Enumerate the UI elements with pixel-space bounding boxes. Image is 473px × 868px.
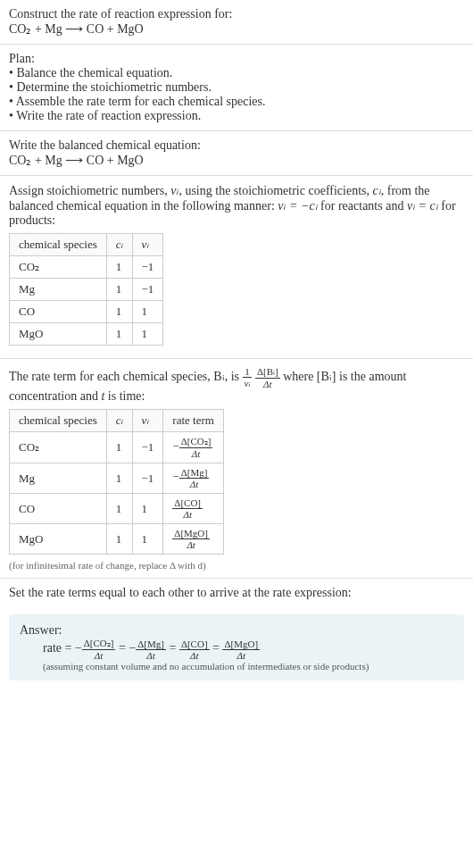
col-species: chemical species (10, 410, 107, 432)
cell-species: MgO (10, 323, 107, 346)
denominator: Δt (172, 539, 210, 550)
answer-expression: rate = −Δ[CO₂]Δt = −Δ[Mg]Δt = Δ[CO]Δt = … (20, 638, 453, 661)
cell-nu: 1 (132, 323, 163, 346)
answer-note: (assuming constant volume and no accumul… (20, 661, 453, 672)
intro-section: Construct the rate of reaction expressio… (0, 0, 473, 45)
denominator: Δt (255, 379, 280, 389)
equals: = (169, 641, 178, 655)
cell-species: MgO (10, 524, 107, 555)
cell-species: CO (10, 301, 107, 323)
numerator: Δ[CO] (172, 497, 203, 509)
cell-ci: 1 (106, 463, 132, 494)
cell-ci: 1 (106, 323, 132, 346)
neg-sign: − (129, 641, 136, 655)
balanced-section: Write the balanced chemical equation: CO… (0, 131, 473, 176)
numerator: Δ[Mg] (136, 638, 166, 650)
cell-ci: 1 (106, 432, 132, 463)
col-nu: νᵢ (132, 410, 163, 432)
text: for reactants and (318, 199, 407, 213)
numerator: Δ[CO₂] (179, 436, 213, 448)
text: Assign stoichiometric numbers, (9, 184, 170, 197)
text: is time: (104, 389, 145, 403)
fraction: Δ[Mg]Δt (136, 638, 166, 661)
col-species: chemical species (10, 234, 107, 256)
cell-nu: −1 (132, 463, 163, 494)
plan-bullet: • Balance the chemical equation. (9, 66, 464, 80)
neg-sign: − (172, 439, 178, 453)
fraction: Δ[CO]Δt (179, 638, 210, 661)
table-row: MgO 1 1 Δ[MgO]Δt (10, 524, 224, 555)
cell-ci: 1 (106, 524, 132, 555)
col-ci: cᵢ (106, 410, 132, 432)
rateterm-table: chemical species cᵢ νᵢ rate term CO₂ 1 −… (9, 409, 224, 555)
cell-nu: 1 (132, 524, 163, 555)
table-row: MgO 1 1 (10, 323, 163, 346)
fraction: Δ[Bᵢ]Δt (255, 366, 280, 389)
cell-nu: 1 (132, 494, 163, 524)
col-rateterm: rate term (163, 410, 224, 432)
cell-nu: 1 (132, 301, 163, 323)
table-row: Mg 1 −1 −Δ[Mg]Δt (10, 463, 224, 494)
answer-label: Answer: (20, 623, 453, 638)
plan-section: Plan: • Balance the chemical equation. •… (0, 45, 473, 131)
stoich-section: Assign stoichiometric numbers, νᵢ, using… (0, 176, 473, 359)
col-nu: νᵢ (132, 234, 163, 256)
denominator: νᵢ (243, 378, 253, 389)
text: The rate term for each chemical species,… (9, 370, 243, 383)
table-row: CO 1 1 (10, 301, 163, 323)
table-row: CO₂ 1 −1 (10, 256, 163, 279)
table-header-row: chemical species cᵢ νᵢ rate term (10, 410, 224, 432)
table-row: CO 1 1 Δ[CO]Δt (10, 494, 224, 524)
cell-species: CO (10, 494, 107, 524)
final-section: Set the rate terms equal to each other t… (0, 579, 473, 607)
cell-species: CO₂ (10, 432, 107, 463)
answer-box: Answer: rate = −Δ[CO₂]Δt = −Δ[Mg]Δt = Δ[… (9, 614, 464, 680)
intro-line: Construct the rate of reaction expressio… (9, 7, 464, 21)
col-ci: cᵢ (106, 234, 132, 256)
fraction: Δ[MgO]Δt (222, 638, 260, 661)
plan-bullet: • Determine the stoichiometric numbers. (9, 80, 464, 95)
relation: νᵢ = cᵢ (407, 199, 438, 213)
cell-ci: 1 (106, 256, 132, 279)
stoich-table: chemical species cᵢ νᵢ CO₂ 1 −1 Mg 1 −1 … (9, 233, 163, 346)
ci-symbol: cᵢ (373, 184, 381, 197)
cell-species: Mg (10, 463, 107, 494)
neg-sign: − (172, 470, 178, 483)
rate-prefix: rate = (43, 641, 75, 655)
numerator: Δ[CO₂] (82, 638, 116, 650)
cell-nu: −1 (132, 279, 163, 301)
cell-species: Mg (10, 279, 107, 301)
fraction: 1νᵢ (243, 366, 253, 389)
cell-ci: 1 (106, 279, 132, 301)
rateterm-text: The rate term for each chemical species,… (9, 366, 464, 404)
balanced-head: Write the balanced chemical equation: (9, 138, 464, 153)
table-row: Mg 1 −1 (10, 279, 163, 301)
cell-nu: −1 (132, 256, 163, 279)
fraction: Δ[CO₂]Δt (82, 638, 116, 661)
fraction: Δ[Mg]Δt (179, 467, 210, 489)
denominator: Δt (82, 650, 116, 661)
cell-nu: −1 (132, 432, 163, 463)
denominator: Δt (172, 509, 203, 520)
cell-rateterm: Δ[MgO]Δt (163, 524, 224, 555)
numerator: Δ[Mg] (179, 467, 210, 479)
cell-rateterm: Δ[CO]Δt (163, 494, 224, 524)
fraction: Δ[MgO]Δt (172, 528, 210, 550)
numerator: Δ[MgO] (172, 528, 210, 539)
equals: = (212, 641, 222, 655)
cell-ci: 1 (106, 301, 132, 323)
fraction: Δ[CO]Δt (172, 497, 203, 520)
plan-head: Plan: (9, 52, 464, 66)
plan-bullet: • Assemble the rate term for each chemic… (9, 95, 464, 109)
numerator: Δ[CO] (179, 638, 210, 650)
denominator: Δt (136, 650, 166, 661)
rateterm-note: (for infinitesimal rate of change, repla… (9, 560, 464, 571)
cell-rateterm: −Δ[CO₂]Δt (163, 432, 224, 463)
relation: νᵢ = −cᵢ (278, 199, 317, 213)
rateterm-section: The rate term for each chemical species,… (0, 359, 473, 579)
final-head: Set the rate terms equal to each other t… (9, 586, 464, 600)
fraction: Δ[CO₂]Δt (179, 436, 213, 459)
neg-sign: − (75, 641, 82, 655)
balanced-equation: CO₂ + Mg ⟶ CO + MgO (9, 153, 464, 168)
numerator: 1 (243, 366, 253, 378)
